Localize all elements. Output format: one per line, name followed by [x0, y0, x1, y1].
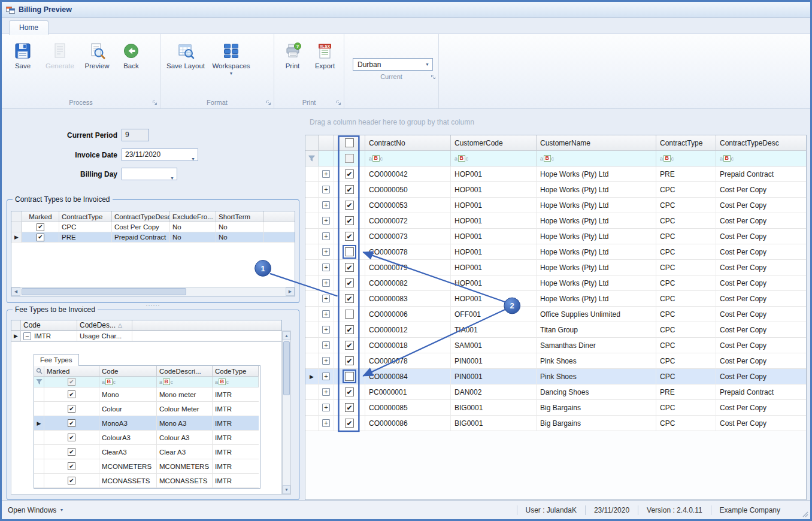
expand-cell[interactable]: + [319, 416, 334, 431]
expand-icon[interactable]: + [322, 217, 330, 225]
expand-icon[interactable]: + [322, 170, 330, 178]
column-header-codedesc[interactable]: CodeDes...△ [77, 320, 132, 331]
row-checkbox[interactable] [345, 372, 354, 381]
resize-grip[interactable] [801, 510, 808, 517]
filter-cell-customercode[interactable]: aBc [451, 151, 537, 166]
row-checkbox[interactable] [345, 419, 354, 428]
expand-cell[interactable]: + [319, 260, 334, 275]
row-checkbox[interactable] [345, 247, 354, 256]
filter-cell-contracttypedesc[interactable]: aBc [716, 151, 806, 166]
dialog-launcher-icon[interactable] [431, 74, 436, 80]
export-button[interactable]: XLSX Export [310, 40, 340, 71]
contract-row[interactable]: ▶ + CO0000050 HOP001 Hope Works (Pty) Lt… [305, 182, 806, 198]
marked-cell[interactable] [22, 222, 59, 232]
filter-codedescription-cell[interactable]: aBc [157, 377, 213, 387]
checkbox-cell[interactable] [334, 244, 365, 260]
checkbox-cell[interactable] [334, 307, 365, 322]
contract-row[interactable]: ▶ + CO0000083 HOP001 Hope Works (Pty) Lt… [305, 291, 806, 307]
scrollbar-track[interactable] [283, 340, 290, 485]
column-header-customercode[interactable]: CustomerCode [451, 135, 537, 151]
checkbox-cell[interactable] [334, 353, 365, 369]
preview-button[interactable]: Preview [80, 40, 114, 71]
expand-icon[interactable]: + [322, 388, 330, 396]
checkbox-cell[interactable] [334, 416, 365, 431]
marked-checkbox[interactable] [68, 419, 75, 427]
scroll-down-button[interactable]: ▼ [283, 485, 290, 494]
fee-type-row[interactable]: ▶ MonoA3 Mono A3 IMTR [34, 416, 260, 431]
expand-icon[interactable]: + [322, 295, 330, 302]
expand-cell[interactable]: + [319, 229, 334, 244]
contract-row[interactable]: ▶ + CO0000078 PIN0001 Pink Shoes CPC Cos… [305, 353, 806, 369]
row-checkbox[interactable] [345, 325, 354, 334]
dialog-launcher-icon[interactable] [152, 100, 157, 105]
expand-cell[interactable]: + [319, 291, 334, 307]
expand-cell[interactable]: + [319, 213, 334, 229]
fee-type-master-row[interactable]: ▶ −IMTR Usage Char... [11, 331, 282, 342]
row-checkbox[interactable] [345, 185, 354, 194]
expand-cell[interactable]: + [319, 166, 334, 182]
fee-type-row[interactable]: ▶ MCONASSETS MCONASSETS IMTR [34, 474, 260, 488]
column-header-marked[interactable]: Marked [22, 211, 59, 222]
contract-row[interactable]: ▶ + CO0000073 HOP001 Hope Works (Pty) Lt… [305, 229, 806, 244]
row-checkbox[interactable] [345, 201, 354, 210]
filter-checkbox-cell[interactable] [334, 151, 365, 166]
print-button[interactable]: ? Print [278, 40, 307, 71]
contract-row[interactable]: ▶ + CO0000042 HOP001 Hope Works (Pty) Lt… [305, 166, 806, 182]
fee-type-row[interactable]: ▶ MCONMETERS MCONMETERS IMTR [34, 459, 260, 474]
column-header-shortterm[interactable]: ShortTerm [216, 211, 264, 222]
checkbox-cell[interactable] [334, 384, 365, 400]
expand-cell[interactable]: + [319, 244, 334, 260]
marked-checkbox[interactable] [37, 234, 44, 241]
back-button[interactable]: Back [117, 40, 146, 71]
contract-row[interactable]: ▶ + CO0000082 HOP001 Hope Works (Pty) Lt… [305, 275, 806, 291]
select-all-checkbox[interactable] [345, 138, 354, 147]
filter-checkbox[interactable] [345, 154, 354, 163]
contract-row[interactable]: ▶ + CO0000072 HOP001 Hope Works (Pty) Lt… [305, 213, 806, 229]
vertical-scrollbar[interactable]: ▲ ▼ [282, 331, 291, 495]
save-layout-button[interactable]: Save Layout [164, 40, 207, 71]
row-checkbox[interactable] [345, 403, 354, 412]
expand-cell[interactable]: + [319, 307, 334, 322]
expand-icon[interactable]: + [322, 372, 330, 380]
scroll-up-button[interactable]: ▲ [283, 331, 290, 340]
checkbox-cell[interactable] [334, 166, 365, 182]
row-checkbox[interactable] [345, 310, 354, 319]
row-checkbox[interactable] [345, 216, 354, 225]
column-header-codetype[interactable]: CodeType [213, 366, 259, 377]
column-header-contracttype[interactable]: ContractType [656, 135, 716, 151]
current-branch-select[interactable]: Durban ▼ [353, 58, 433, 71]
marked-checkbox[interactable] [68, 462, 75, 470]
contract-row[interactable]: ▶ + CO0000078 HOP001 Hope Works (Pty) Lt… [305, 244, 806, 260]
select-all-header-cell[interactable] [334, 135, 365, 151]
generate-button[interactable]: Generate [43, 40, 77, 71]
filter-cell-customername[interactable]: aBc [537, 151, 656, 166]
contract-row[interactable]: ▶ + CO0000084 PIN0001 Pink Shoes CPC Cos… [305, 369, 806, 384]
marked-checkbox[interactable] [68, 477, 75, 484]
column-header-contracttype[interactable]: ContractType [59, 211, 112, 222]
save-button[interactable]: Save [5, 40, 40, 71]
expand-cell[interactable]: + [319, 338, 334, 353]
marked-checkbox[interactable] [68, 434, 75, 441]
column-header-contractno[interactable]: ContractNo [365, 135, 451, 151]
filter-cell-contractno[interactable]: aBc [365, 151, 451, 166]
marked-cell[interactable] [44, 474, 99, 488]
column-header-codedescription[interactable]: CodeDescri... [157, 366, 213, 377]
marked-cell[interactable] [44, 416, 99, 431]
expand-icon[interactable]: + [322, 248, 330, 256]
column-header-code[interactable]: Code [99, 366, 157, 377]
expand-icon[interactable]: + [322, 310, 330, 318]
expand-cell[interactable]: + [319, 353, 334, 369]
open-windows-menu[interactable]: Open Windows ▼ [8, 506, 63, 514]
filter-marked-cell[interactable] [44, 377, 99, 387]
filter-code-cell[interactable]: aBc [99, 377, 157, 387]
row-checkbox[interactable] [345, 169, 354, 178]
marked-checkbox[interactable] [37, 223, 44, 231]
checkbox-cell[interactable] [334, 198, 365, 213]
workspaces-button[interactable]: Workspaces ▼ [210, 40, 253, 77]
contract-row[interactable]: ▶ + CO0000006 OFF001 Office Supplies Unl… [305, 307, 806, 322]
expand-cell[interactable]: + [319, 400, 334, 416]
marked-cell[interactable] [44, 402, 99, 416]
expand-icon[interactable]: + [322, 419, 330, 427]
search-header-cell[interactable] [34, 366, 44, 377]
marked-cell[interactable] [44, 431, 99, 445]
